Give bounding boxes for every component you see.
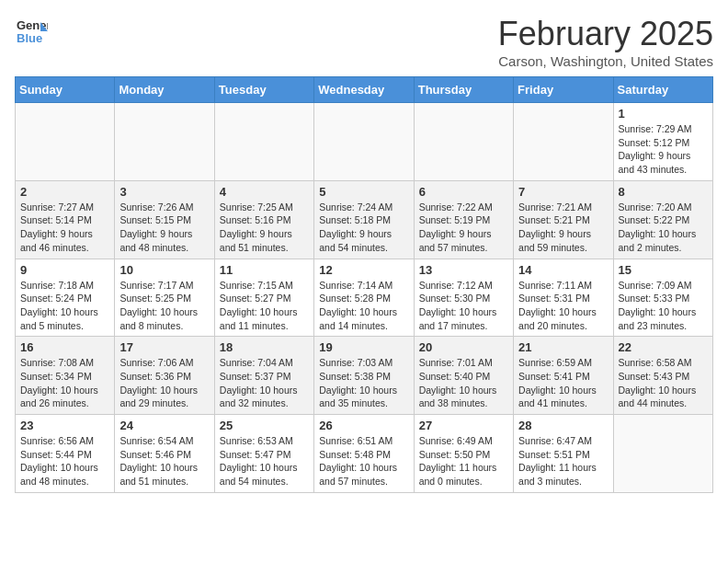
day-number: 18 — [220, 340, 309, 354]
day-number: 8 — [619, 185, 708, 199]
day-number: 23 — [20, 419, 109, 432]
weekday-header-thursday: Thursday — [414, 77, 513, 103]
day-info: Sunrise: 7:14 AM Sunset: 5:28 PM Dayligh… — [319, 279, 408, 333]
day-number: 6 — [419, 185, 508, 199]
day-info: Sunrise: 6:56 AM Sunset: 5:44 PM Dayligh… — [20, 434, 109, 488]
location-subtitle: Carson, Washington, United States — [498, 53, 713, 69]
weekday-header-sunday: Sunday — [16, 77, 115, 103]
day-number: 19 — [319, 340, 408, 354]
svg-text:Blue: Blue — [17, 31, 42, 45]
calendar-day-cell: 25Sunrise: 6:53 AM Sunset: 5:47 PM Dayli… — [214, 415, 313, 493]
calendar-day-cell: 27Sunrise: 6:49 AM Sunset: 5:50 PM Dayli… — [414, 415, 513, 493]
calendar-day-cell: 3Sunrise: 7:26 AM Sunset: 5:15 PM Daylig… — [115, 180, 214, 259]
weekday-header-friday: Friday — [514, 77, 613, 103]
calendar-day-cell: 24Sunrise: 6:54 AM Sunset: 5:46 PM Dayli… — [115, 415, 214, 493]
day-number: 13 — [419, 263, 508, 277]
calendar-day-cell — [16, 103, 115, 181]
day-info: Sunrise: 7:08 AM Sunset: 5:34 PM Dayligh… — [20, 356, 109, 410]
calendar-day-cell: 2Sunrise: 7:27 AM Sunset: 5:14 PM Daylig… — [16, 180, 115, 259]
calendar-day-cell — [214, 103, 313, 181]
calendar-day-cell: 9Sunrise: 7:18 AM Sunset: 5:24 PM Daylig… — [16, 259, 115, 337]
day-number: 9 — [20, 263, 109, 277]
day-info: Sunrise: 7:21 AM Sunset: 5:21 PM Dayligh… — [518, 201, 608, 255]
day-info: Sunrise: 7:29 AM Sunset: 5:12 PM Dayligh… — [619, 122, 708, 177]
calendar-day-cell: 4Sunrise: 7:25 AM Sunset: 5:16 PM Daylig… — [214, 180, 313, 259]
day-number: 15 — [619, 263, 708, 277]
day-number: 4 — [220, 185, 309, 199]
calendar-day-cell: 28Sunrise: 6:47 AM Sunset: 5:51 PM Dayli… — [514, 415, 613, 493]
day-info: Sunrise: 6:47 AM Sunset: 5:51 PM Dayligh… — [518, 434, 608, 488]
calendar-day-cell: 7Sunrise: 7:21 AM Sunset: 5:21 PM Daylig… — [514, 180, 613, 259]
calendar-day-cell: 11Sunrise: 7:15 AM Sunset: 5:27 PM Dayli… — [214, 259, 313, 337]
calendar-day-cell: 26Sunrise: 6:51 AM Sunset: 5:48 PM Dayli… — [314, 415, 414, 493]
day-info: Sunrise: 6:53 AM Sunset: 5:47 PM Dayligh… — [220, 434, 309, 488]
day-number: 22 — [619, 340, 708, 354]
day-info: Sunrise: 7:04 AM Sunset: 5:37 PM Dayligh… — [220, 356, 309, 410]
title-section: February 2025 Carson, Washington, United… — [498, 15, 713, 69]
calendar-day-cell: 5Sunrise: 7:24 AM Sunset: 5:18 PM Daylig… — [314, 180, 414, 259]
day-info: Sunrise: 7:01 AM Sunset: 5:40 PM Dayligh… — [419, 356, 508, 410]
weekday-header-monday: Monday — [115, 77, 214, 103]
day-number: 14 — [518, 263, 608, 277]
calendar-day-cell: 19Sunrise: 7:03 AM Sunset: 5:38 PM Dayli… — [314, 337, 414, 415]
day-info: Sunrise: 7:11 AM Sunset: 5:31 PM Dayligh… — [518, 279, 608, 333]
calendar-week-row: 9Sunrise: 7:18 AM Sunset: 5:24 PM Daylig… — [16, 259, 713, 337]
calendar-week-row: 16Sunrise: 7:08 AM Sunset: 5:34 PM Dayli… — [16, 337, 713, 415]
day-number: 5 — [319, 185, 408, 199]
calendar-day-cell: 22Sunrise: 6:58 AM Sunset: 5:43 PM Dayli… — [613, 337, 712, 415]
day-number: 12 — [319, 263, 408, 277]
day-info: Sunrise: 6:59 AM Sunset: 5:41 PM Dayligh… — [518, 356, 608, 410]
calendar-day-cell: 23Sunrise: 6:56 AM Sunset: 5:44 PM Dayli… — [16, 415, 115, 493]
day-number: 11 — [220, 263, 309, 277]
calendar-day-cell — [514, 103, 613, 181]
calendar-day-cell: 17Sunrise: 7:06 AM Sunset: 5:36 PM Dayli… — [115, 337, 214, 415]
calendar-day-cell: 12Sunrise: 7:14 AM Sunset: 5:28 PM Dayli… — [314, 259, 414, 337]
calendar-day-cell: 21Sunrise: 6:59 AM Sunset: 5:41 PM Dayli… — [514, 337, 613, 415]
calendar-day-cell: 13Sunrise: 7:12 AM Sunset: 5:30 PM Dayli… — [414, 259, 513, 337]
day-info: Sunrise: 7:06 AM Sunset: 5:36 PM Dayligh… — [119, 356, 209, 410]
day-info: Sunrise: 7:26 AM Sunset: 5:15 PM Dayligh… — [119, 201, 209, 255]
day-info: Sunrise: 7:17 AM Sunset: 5:25 PM Dayligh… — [119, 279, 209, 333]
calendar-day-cell: 14Sunrise: 7:11 AM Sunset: 5:31 PM Dayli… — [514, 259, 613, 337]
day-number: 3 — [119, 185, 209, 199]
day-number: 28 — [518, 419, 608, 432]
day-info: Sunrise: 7:27 AM Sunset: 5:14 PM Dayligh… — [20, 201, 109, 255]
day-info: Sunrise: 7:03 AM Sunset: 5:38 PM Dayligh… — [319, 356, 408, 410]
day-info: Sunrise: 7:20 AM Sunset: 5:22 PM Dayligh… — [619, 201, 708, 255]
calendar-day-cell: 10Sunrise: 7:17 AM Sunset: 5:25 PM Dayli… — [115, 259, 214, 337]
month-year-title: February 2025 — [498, 15, 713, 53]
weekday-header-row: SundayMondayTuesdayWednesdayThursdayFrid… — [16, 77, 713, 103]
calendar-day-cell — [613, 415, 712, 493]
day-info: Sunrise: 7:15 AM Sunset: 5:27 PM Dayligh… — [220, 279, 309, 333]
day-number: 7 — [518, 185, 608, 199]
calendar-day-cell: 15Sunrise: 7:09 AM Sunset: 5:33 PM Dayli… — [613, 259, 712, 337]
day-info: Sunrise: 6:51 AM Sunset: 5:48 PM Dayligh… — [319, 434, 408, 488]
weekday-header-saturday: Saturday — [613, 77, 712, 103]
day-number: 21 — [518, 340, 608, 354]
calendar-day-cell — [115, 103, 214, 181]
calendar-week-row: 2Sunrise: 7:27 AM Sunset: 5:14 PM Daylig… — [16, 180, 713, 259]
calendar-day-cell: 8Sunrise: 7:20 AM Sunset: 5:22 PM Daylig… — [613, 180, 712, 259]
calendar-day-cell — [414, 103, 513, 181]
day-info: Sunrise: 7:24 AM Sunset: 5:18 PM Dayligh… — [319, 201, 408, 255]
calendar-day-cell: 20Sunrise: 7:01 AM Sunset: 5:40 PM Dayli… — [414, 337, 513, 415]
calendar-day-cell: 1Sunrise: 7:29 AM Sunset: 5:12 PM Daylig… — [613, 103, 712, 181]
day-number: 26 — [319, 419, 408, 432]
day-number: 27 — [419, 419, 508, 432]
day-number: 17 — [119, 340, 209, 354]
day-info: Sunrise: 6:54 AM Sunset: 5:46 PM Dayligh… — [119, 434, 209, 488]
day-number: 10 — [119, 263, 209, 277]
day-info: Sunrise: 6:49 AM Sunset: 5:50 PM Dayligh… — [419, 434, 508, 488]
day-number: 2 — [20, 185, 109, 199]
calendar-day-cell: 6Sunrise: 7:22 AM Sunset: 5:19 PM Daylig… — [414, 180, 513, 259]
calendar-day-cell: 18Sunrise: 7:04 AM Sunset: 5:37 PM Dayli… — [214, 337, 313, 415]
weekday-header-wednesday: Wednesday — [314, 77, 414, 103]
page-header: General Blue February 2025 Carson, Washi… — [15, 15, 713, 69]
day-info: Sunrise: 7:12 AM Sunset: 5:30 PM Dayligh… — [419, 279, 508, 333]
day-info: Sunrise: 7:22 AM Sunset: 5:19 PM Dayligh… — [419, 201, 508, 255]
day-number: 20 — [419, 340, 508, 354]
calendar-week-row: 1Sunrise: 7:29 AM Sunset: 5:12 PM Daylig… — [16, 103, 713, 181]
weekday-header-tuesday: Tuesday — [214, 77, 313, 103]
logo-icon: General Blue — [15, 15, 48, 52]
logo: General Blue — [15, 15, 48, 52]
